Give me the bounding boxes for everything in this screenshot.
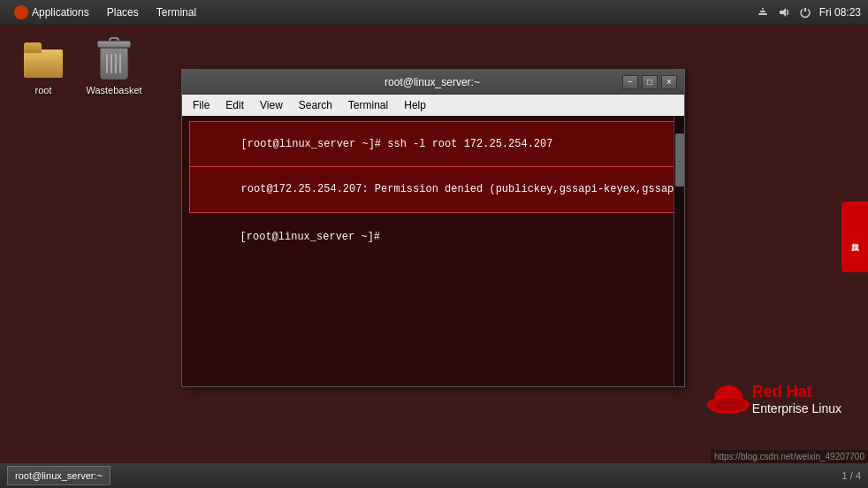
svg-rect-1 <box>760 11 765 12</box>
terminal-line-1: root@172.25.254.207: Permission denied (… <box>189 167 677 212</box>
svg-rect-2 <box>762 8 764 10</box>
bottom-bar-left: root@linux_server:~ <box>7 466 110 485</box>
active-window-label: root@linux_server:~ <box>15 470 103 481</box>
terminal-controls: − □ × <box>622 75 677 89</box>
page-indicator: 1 / 4 <box>842 470 861 481</box>
menu-terminal[interactable]: Terminal <box>341 97 395 113</box>
terminal-menu[interactable]: Terminal <box>149 0 203 25</box>
bottom-taskbar: root@linux_server:~ 1 / 4 <box>0 463 868 488</box>
terminal-menubar: File Edit View Search Terminal Help <box>182 95 684 116</box>
svg-rect-0 <box>758 13 767 15</box>
redhat-subtitle: Enterprise Linux <box>752 401 841 416</box>
network-icon[interactable] <box>756 5 770 19</box>
taskbar-left: Applications Places Terminal <box>7 0 203 25</box>
url-bar: https://blog.csdn.net/weixin_49207700 <box>711 450 868 463</box>
folder-icon <box>22 39 65 81</box>
svg-marker-3 <box>780 8 786 17</box>
applications-label: Applications <box>32 6 89 19</box>
top-taskbar: Applications Places Terminal <box>0 0 868 25</box>
clock: Fri 08:23 <box>819 6 861 19</box>
desktop-icon-root[interactable]: root <box>12 35 74 99</box>
active-window-button[interactable]: root@linux_server:~ <box>7 466 110 485</box>
scrollbar-thumb <box>675 133 684 187</box>
volume-icon[interactable] <box>777 5 791 19</box>
menu-edit[interactable]: Edit <box>218 97 251 113</box>
menu-view[interactable]: View <box>253 97 290 113</box>
terminal-label: Terminal <box>156 6 196 19</box>
menu-file[interactable]: File <box>186 97 217 113</box>
places-menu[interactable]: Places <box>100 0 146 25</box>
power-icon[interactable] <box>798 5 812 19</box>
terminal-line-2: [root@linux_server ~]# <box>189 215 677 259</box>
wastebasket-icon-label: Wastebasket <box>86 85 141 95</box>
terminal-line-0: [root@linux_server ~]# ssh -l root 172.2… <box>189 121 677 167</box>
terminal-scrollbar[interactable] <box>674 116 684 386</box>
maximize-button[interactable]: □ <box>642 75 658 89</box>
root-icon-label: root <box>35 85 52 95</box>
redhat-hat-icon <box>706 380 745 419</box>
taskbar-right: Fri 08:23 <box>756 5 861 19</box>
close-button[interactable]: × <box>661 75 677 89</box>
terminal-content[interactable]: [root@linux_server ~]# ssh -l root 172.2… <box>182 116 684 386</box>
places-label: Places <box>107 6 139 19</box>
desktop: root Wastebasket root@linux_server:~ − <box>0 25 868 463</box>
trash-icon <box>93 39 135 81</box>
side-decoration[interactable]: 点我加 <box>841 202 868 272</box>
minimize-button[interactable]: − <box>622 75 638 89</box>
applications-menu[interactable]: Applications <box>7 0 96 25</box>
terminal-window: root@linux_server:~ − □ × File Edit View… <box>181 69 685 387</box>
apps-icon <box>14 5 28 19</box>
bottom-bar-right: 1 / 4 <box>842 470 861 481</box>
redhat-text: Red Hat Enterprise Linux <box>752 383 841 416</box>
menu-search[interactable]: Search <box>292 97 339 113</box>
redhat-brand: Red Hat <box>752 383 841 402</box>
menu-help[interactable]: Help <box>397 97 433 113</box>
svg-point-6 <box>711 399 746 411</box>
terminal-title: root@linux_server:~ <box>242 76 622 88</box>
redhat-logo: Red Hat Enterprise Linux <box>706 380 841 419</box>
desktop-icon-wastebasket[interactable]: Wastebasket <box>83 35 145 99</box>
terminal-titlebar: root@linux_server:~ − □ × <box>182 70 684 95</box>
